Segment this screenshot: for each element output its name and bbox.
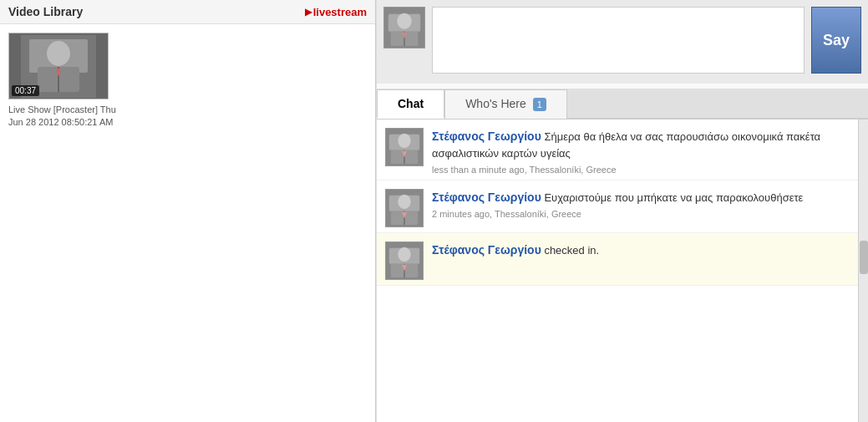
msg-text-3: Στέφανος Γεωργίου checked in. (432, 242, 850, 259)
input-area: Say (377, 0, 868, 84)
msg-content-3: Στέφανος Γεωργίου checked in. (432, 242, 850, 259)
video-timer: 00:37 (12, 85, 39, 96)
scrollbar-track[interactable] (858, 119, 868, 422)
livestream-logo-text: livestream (313, 6, 367, 18)
user-avatar-svg (384, 7, 424, 48)
svg-point-2 (47, 41, 70, 66)
msg-username-3: Στέφανος Γεωργίου (432, 243, 541, 257)
video-date: Jun 28 2012 08:50:21 AM (8, 117, 113, 127)
messages-wrapper: Στέφανος Γεωργίου Σήμερα θα ήθελα να σας… (377, 119, 868, 422)
tabs-bar: Chat Who's Here 1 (377, 89, 868, 119)
msg-meta-1: less than a minute ago, Thessaloníki, Gr… (432, 165, 850, 175)
video-library-title: Video Library (8, 5, 83, 18)
msg-text-1: Στέφανος Γεωργίου Σήμερα θα ήθελα να σας… (432, 128, 850, 162)
say-button[interactable]: Say (811, 7, 861, 74)
msg-body-3: checked in. (541, 244, 599, 257)
video-thumbnail[interactable]: 00:37 (8, 33, 109, 99)
svg-point-14 (398, 134, 410, 148)
user-avatar (383, 7, 425, 48)
message-item-3: Στέφανος Γεωργίου checked in. (377, 233, 858, 286)
tab-chat[interactable]: Chat (377, 89, 444, 119)
msg-body-2: Ευχαριστούμε που μπήκατε να μας παρακολο… (541, 191, 804, 204)
msg-avatar-svg-3 (386, 242, 423, 280)
message-item: Στέφανος Γεωργίου Σήμερα θα ήθελα να σας… (377, 119, 858, 180)
msg-avatar-1 (385, 128, 424, 166)
left-panel: Video Library livestream 00:37 Li (0, 0, 376, 422)
tab-chat-label: Chat (398, 97, 424, 110)
tab-whos-here[interactable]: Who's Here 1 (444, 89, 567, 119)
msg-username-1: Στέφανος Γεωργίου (432, 130, 541, 143)
tab-whos-here-label: Who's Here (465, 97, 526, 110)
msg-avatar-3 (385, 242, 424, 280)
msg-avatar-svg-1 (386, 128, 423, 166)
message-item-2: Στέφανος Γεωργίου Ευχαριστούμε που μπήκα… (377, 180, 858, 233)
svg-point-20 (398, 194, 410, 208)
msg-content-1: Στέφανος Γεωργίου Σήμερα θα ήθελα να σας… (432, 128, 850, 175)
svg-point-8 (397, 13, 411, 29)
scrollbar-thumb[interactable] (860, 241, 868, 274)
svg-point-26 (398, 247, 410, 261)
msg-username-2: Στέφανος Γεωργίου (432, 191, 541, 204)
video-label: Live Show [Procaster] Thu Jun 28 2012 08… (8, 104, 367, 130)
right-panel: Say Chat Who's Here 1 (376, 0, 868, 422)
msg-meta-2: 2 minutes ago, Thessaloníki, Greece (432, 209, 850, 219)
video-title: Live Show [Procaster] Thu (8, 104, 116, 114)
chat-input[interactable] (432, 7, 805, 74)
livestream-logo: livestream (305, 6, 367, 18)
messages-area: Στέφανος Γεωργίου Σήμερα θα ήθελα να σας… (377, 119, 858, 422)
video-thumb-container: 00:37 Live Show [Procaster] Thu Jun 28 2… (0, 24, 375, 138)
whos-here-badge: 1 (533, 98, 546, 111)
msg-avatar-svg-2 (386, 189, 423, 227)
msg-avatar-2 (385, 189, 424, 227)
left-header: Video Library livestream (0, 0, 375, 24)
msg-content-2: Στέφανος Γεωργίου Ευχαριστούμε που μπήκα… (432, 189, 850, 219)
msg-text-2: Στέφανος Γεωργίου Ευχαριστούμε που μπήκα… (432, 189, 850, 206)
